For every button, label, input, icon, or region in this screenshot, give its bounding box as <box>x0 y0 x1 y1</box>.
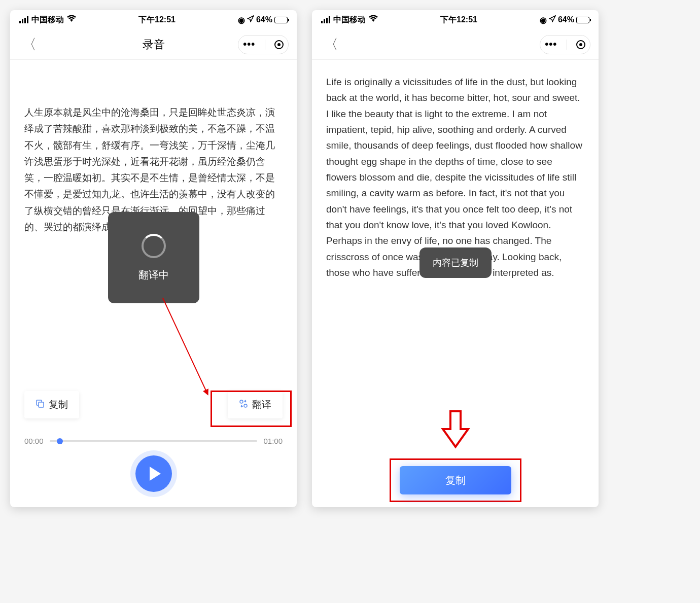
wifi-icon <box>67 15 76 24</box>
alarm-icon: ◉ <box>238 15 245 25</box>
toast-label: 内容已复制 <box>433 257 478 269</box>
svg-point-2 <box>240 400 243 403</box>
nav-bar: 〈 录音 ••• <box>10 29 297 60</box>
time-start: 00:00 <box>24 437 44 445</box>
battery-icon <box>576 17 589 23</box>
copy-label: 复制 <box>49 398 68 411</box>
more-icon[interactable]: ••• <box>243 39 255 50</box>
carrier-label: 中国移动 <box>333 15 366 25</box>
phone-left: 中国移动 下午12:51 ◉ 64% 〈 录音 ••• 人生原本就是风尘中的沧海… <box>10 10 297 507</box>
signal-icon <box>19 16 28 23</box>
miniprogram-capsule[interactable]: ••• <box>238 35 289 54</box>
battery-icon <box>274 17 288 23</box>
slider-thumb[interactable] <box>57 438 63 444</box>
play-button[interactable] <box>135 455 172 492</box>
action-row: 复制 翻译 <box>10 391 297 418</box>
status-bar: 中国移动 下午12:51 ◉ 64% <box>312 10 599 29</box>
play-icon <box>150 467 161 481</box>
status-bar: 中国移动 下午12:51 ◉ 64% <box>10 10 297 29</box>
nav-bar: 〈 ••• <box>312 29 599 60</box>
signal-icon <box>321 16 330 23</box>
copied-toast: 内容已复制 <box>419 247 492 278</box>
toast-label: 翻译中 <box>138 268 169 282</box>
copy-label: 复制 <box>445 474 466 487</box>
wifi-icon <box>369 15 378 24</box>
translate-icon <box>239 399 248 411</box>
back-button[interactable]: 〈 <box>320 33 342 56</box>
copy-primary-button[interactable]: 复制 <box>400 466 511 494</box>
copy-button[interactable]: 复制 <box>24 391 79 418</box>
carrier-label: 中国移动 <box>31 15 64 25</box>
close-target-icon[interactable] <box>576 40 585 49</box>
battery-pct: 64% <box>558 15 574 24</box>
audio-player: 00:00 01:00 <box>10 437 297 492</box>
more-icon[interactable]: ••• <box>545 39 557 50</box>
location-icon <box>549 15 556 24</box>
close-target-icon[interactable] <box>274 40 284 49</box>
status-time: 下午12:51 <box>138 15 176 25</box>
copy-icon <box>36 399 45 411</box>
annotation-down-arrow <box>440 409 471 451</box>
annotation-arrow <box>162 298 208 395</box>
alarm-icon: ◉ <box>540 15 547 25</box>
progress-slider[interactable] <box>50 440 258 442</box>
miniprogram-capsule[interactable]: ••• <box>540 35 590 54</box>
time-end: 01:00 <box>263 437 283 445</box>
status-time: 下午12:51 <box>440 15 477 25</box>
spinner-icon <box>142 234 166 258</box>
svg-rect-1 <box>39 402 44 407</box>
translate-label: 翻译 <box>252 398 271 411</box>
svg-point-3 <box>244 404 247 407</box>
location-icon <box>247 15 254 24</box>
loading-toast: 翻译中 <box>108 212 199 303</box>
translate-button[interactable]: 翻译 <box>228 391 283 418</box>
battery-pct: 64% <box>256 15 272 24</box>
phone-right: 中国移动 下午12:51 ◉ 64% 〈 ••• Life is origina… <box>312 10 599 507</box>
